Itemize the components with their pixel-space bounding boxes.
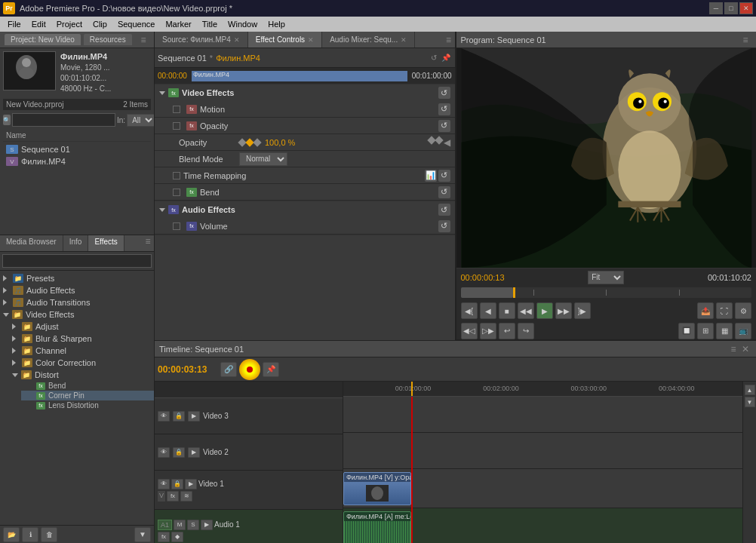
video3-lock-btn[interactable]: 🔒 [173, 411, 185, 422]
subcategory-distort[interactable]: 📁 Distort [9, 369, 154, 381]
subcategory-channel[interactable]: 📁 Channel [9, 345, 154, 357]
transport-step-back[interactable]: ◀ [480, 302, 496, 319]
motion-reset-btn[interactable]: ↺ [438, 103, 450, 115]
bend-reset-btn[interactable]: ↺ [438, 186, 450, 198]
timeline-close-button[interactable]: ✕ [739, 343, 751, 355]
transport-step-forward[interactable]: ▶▶ [555, 302, 572, 319]
subcategory-color[interactable]: 📁 Color Correction [9, 357, 154, 369]
ec-audio-reset-btn[interactable]: ↺ [438, 204, 450, 216]
menu-clip[interactable]: Clip [88, 18, 112, 30]
transport-next-keyframe[interactable]: }▶ [574, 302, 591, 319]
project-search-input[interactable] [12, 113, 115, 127]
transport-slow-fwd[interactable]: ↪ [518, 323, 534, 339]
transport-extract[interactable]: ▷▶ [480, 323, 496, 339]
tab-effects[interactable]: Effects [88, 235, 124, 251]
transport-markers[interactable]: 🔲 [678, 323, 695, 339]
category-video-effects-header[interactable]: 📁 Video Effects [0, 308, 154, 321]
video3-eye-btn[interactable]: 👁 [158, 411, 170, 422]
project-item-video[interactable]: V Филин.MP4 [3, 155, 151, 167]
motion-toggle[interactable] [173, 106, 180, 113]
menu-edit[interactable]: Edit [27, 18, 51, 30]
volume-toggle[interactable] [173, 222, 180, 230]
transport-export[interactable]: 📤 [697, 302, 714, 319]
source-tab-close[interactable]: ✕ [234, 36, 240, 44]
effect-bend[interactable]: fx Bend [21, 381, 154, 391]
ec-reset-button[interactable]: ↺ [428, 52, 440, 64]
category-audio-transitions-header[interactable]: 🎵 Audio Transitions [0, 296, 154, 308]
ec-tab-close[interactable]: ✕ [308, 36, 314, 44]
tab-info[interactable]: Info [63, 235, 89, 251]
volume-reset-btn[interactable]: ↺ [438, 220, 450, 232]
transport-safe-margin[interactable]: ▦ [716, 323, 733, 339]
opacity-toggle[interactable] [173, 122, 180, 130]
time-remapping-chart[interactable]: 📊 [425, 170, 437, 182]
ec-video-reset-btn[interactable]: ↺ [438, 87, 450, 99]
ec-video-effects-header[interactable]: fx Video Effects ↺ [155, 84, 455, 101]
audio1-solo-btn[interactable]: S [187, 520, 199, 530]
audio-clip-block[interactable]: Филин.MP4 [A] me:Level [343, 511, 411, 543]
kf-diamond-2[interactable] [435, 136, 443, 144]
video1-lock-btn[interactable]: 🔒 [171, 479, 183, 489]
time-remapping-toggle[interactable] [173, 172, 180, 179]
timeline-menu-button[interactable]: ≡ [727, 343, 739, 355]
transport-fullscreen[interactable]: ⛶ [716, 302, 733, 319]
video2-expand-btn[interactable]: ▶ [188, 447, 200, 458]
opacity-reset-btn[interactable]: ↺ [438, 120, 450, 132]
effects-search-input[interactable] [2, 254, 152, 268]
category-audio-effects-header[interactable]: 🎵 Audio Effects [0, 284, 154, 296]
transport-output[interactable]: 📺 [735, 323, 751, 339]
audio-mixer-tab-close[interactable]: ✕ [401, 36, 407, 44]
menu-project[interactable]: Project [52, 18, 87, 30]
tab-media-browser[interactable]: Media Browser [0, 235, 63, 251]
effects-arrow-down[interactable]: ▼ [134, 527, 151, 542]
close-button[interactable]: ✕ [739, 2, 753, 14]
ec-pin-button[interactable]: 📌 [440, 52, 452, 64]
tl-collapse-all[interactable]: ▲ [745, 385, 755, 395]
video2-eye-btn[interactable]: 👁 [158, 447, 170, 458]
transport-settings[interactable]: ⚙ [735, 302, 751, 319]
menu-marker[interactable]: Marker [161, 18, 195, 30]
panel-menu-button[interactable]: ≡ [137, 34, 149, 46]
menu-window[interactable]: Window [223, 18, 262, 30]
transport-prev-keyframe[interactable]: ◀{ [461, 302, 478, 319]
video2-lock-btn[interactable]: 🔒 [173, 447, 185, 458]
subcategory-adjust[interactable]: 📁 Adjust [9, 321, 154, 333]
minimize-button[interactable]: ─ [709, 2, 723, 14]
video1-v-badge[interactable]: V [158, 491, 165, 502]
menu-sequence[interactable]: Sequence [113, 18, 160, 30]
project-tab[interactable]: Project: New Video [5, 34, 81, 45]
timeline-playhead-indicator[interactable] [239, 359, 260, 380]
tab-effect-controls[interactable]: Effect Controls ✕ [248, 32, 322, 48]
program-fit-select[interactable]: Fit 25% 50% 100% [588, 271, 624, 284]
transport-rewind[interactable]: ◀◀ [518, 302, 534, 319]
effect-corner-pin[interactable]: fx Corner Pin [21, 391, 154, 400]
opacity-keyframe-next[interactable] [253, 138, 261, 146]
audio1-expand-btn[interactable]: ▶ [201, 520, 213, 530]
resources-tab[interactable]: Resources [84, 34, 132, 45]
tab-source[interactable]: Source: Филин.MP4 ✕ [155, 32, 248, 48]
kf-arrow[interactable]: ◀ [444, 137, 450, 148]
transport-lift[interactable]: ◀◁ [461, 323, 478, 339]
project-item-sequence[interactable]: S Sequence 01 [3, 143, 151, 155]
menu-help[interactable]: Help [263, 18, 290, 30]
menu-file[interactable]: File [3, 18, 26, 30]
audio1-keyframe-btn[interactable]: ◆ [171, 532, 183, 542]
program-menu-button[interactable]: ≡ [739, 34, 751, 46]
timeline-ruler[interactable]: 00:01:00:00 00:02:00:00 00:03:00:00 00:0… [343, 382, 742, 397]
transport-multicam[interactable]: ⊞ [697, 323, 714, 339]
effects-new-btn[interactable]: 📂 [3, 527, 20, 542]
effects-delete-btn[interactable]: 🗑 [41, 527, 57, 542]
effect-lens-distortion[interactable]: fx Lens Distortion [21, 400, 154, 410]
transport-play[interactable]: ▶ [536, 302, 553, 319]
program-scrubber[interactable] [461, 287, 752, 298]
time-remapping-reset-btn[interactable]: ↺ [438, 170, 450, 182]
bend-toggle[interactable] [173, 189, 180, 196]
effects-info-btn[interactable]: ℹ [22, 527, 38, 542]
audio1-mute-btn[interactable]: M [174, 520, 186, 530]
ec-audio-effects-header[interactable]: fx Audio Effects ↺ [155, 201, 455, 218]
maximize-button[interactable]: □ [724, 2, 738, 14]
transport-stop[interactable]: ■ [499, 302, 515, 319]
video-clip-block[interactable]: Филин.MP4 [V] y:Opacity [343, 472, 411, 505]
subcategory-blur[interactable]: 📁 Blur & Sharpen [9, 333, 154, 345]
effects-panel-menu[interactable]: ≡ [142, 235, 154, 247]
